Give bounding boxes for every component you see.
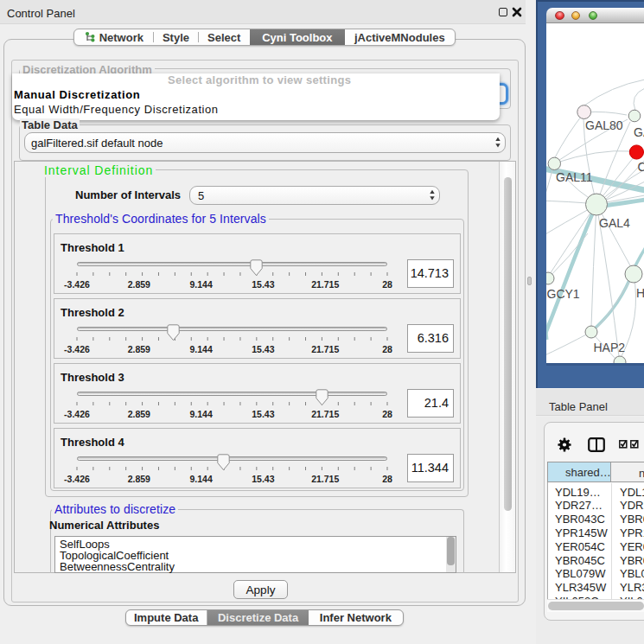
svg-text:GAL11: GAL11 xyxy=(556,170,593,184)
svg-text:GCY1: GCY1 xyxy=(547,287,580,301)
svg-text:C: C xyxy=(638,160,644,174)
svg-text:GA: GA xyxy=(634,125,644,139)
svg-text:H: H xyxy=(636,286,644,300)
svg-text:HAP2: HAP2 xyxy=(594,341,626,354)
svg-text:GAL4: GAL4 xyxy=(599,216,630,230)
svg-text:GAL80: GAL80 xyxy=(585,118,623,132)
